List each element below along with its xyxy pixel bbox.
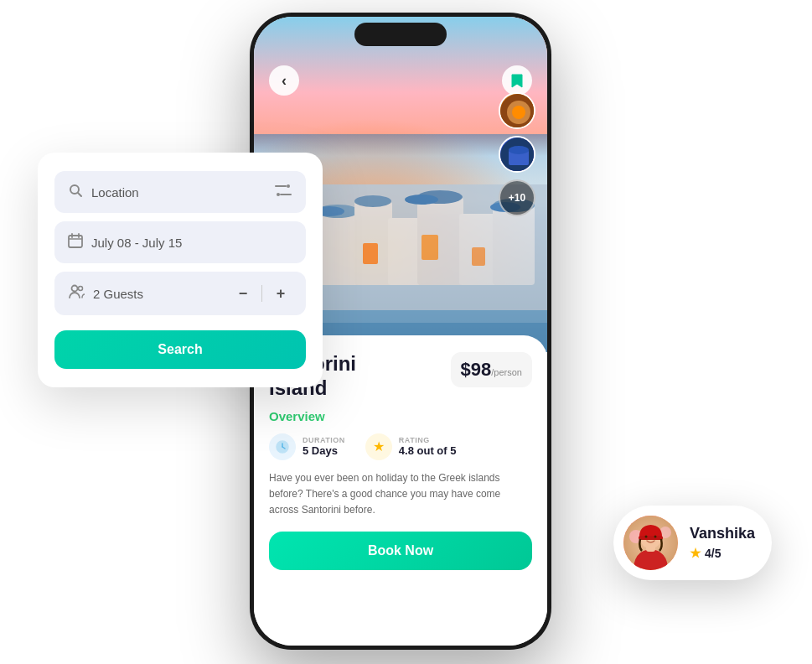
thumbnail-1[interactable]	[499, 92, 535, 129]
increase-guests-button[interactable]: +	[269, 282, 292, 305]
svg-point-52	[654, 536, 656, 538]
controls-divider	[261, 285, 262, 302]
rating-value: 4.8 out of 5	[399, 444, 457, 457]
duration-label: DURATION	[303, 436, 345, 444]
date-field[interactable]: July 08 - July 15	[54, 221, 306, 263]
review-card: Vanshika ★ 4/5	[613, 506, 772, 580]
guests-field: 2 Guests − +	[54, 272, 306, 315]
price-amount: $98	[461, 359, 492, 380]
filter-controls-icon[interactable]	[274, 184, 292, 201]
decrease-guests-button[interactable]: −	[231, 282, 255, 305]
rating-label: RATING	[399, 436, 457, 444]
back-button[interactable]: ‹	[269, 65, 299, 96]
side-thumbnails: +10	[499, 92, 535, 216]
star-icon: ★	[373, 438, 385, 454]
bookmark-icon	[510, 73, 524, 88]
clock-icon	[276, 440, 289, 454]
svg-line-34	[78, 193, 81, 196]
duration-icon	[269, 433, 296, 460]
svg-point-51	[644, 536, 647, 538]
svg-point-43	[72, 286, 78, 292]
svg-point-20	[405, 195, 438, 205]
rating-value: 4/5	[705, 547, 721, 560]
guests-icon	[68, 284, 85, 303]
price-badge: $98/person	[451, 352, 532, 387]
location-search-icon	[68, 183, 83, 201]
svg-point-7	[354, 195, 391, 207]
location-placeholder: Location	[91, 185, 266, 200]
price-per: /person	[491, 367, 522, 377]
overview-label: Overview	[269, 409, 532, 423]
svg-rect-8	[388, 218, 422, 285]
phone-notch	[354, 23, 447, 46]
svg-rect-17	[422, 235, 438, 260]
back-icon: ‹	[282, 72, 287, 90]
thumbnail-2[interactable]	[499, 136, 535, 173]
reviewer-avatar	[623, 516, 678, 570]
duration-value: 5 Days	[303, 444, 345, 457]
svg-point-29	[509, 146, 529, 154]
duration-item: DURATION 5 Days	[269, 433, 345, 460]
details-row: DURATION 5 Days ★ RATING 4.8 out of 5	[269, 433, 532, 460]
svg-rect-39	[69, 236, 82, 247]
svg-rect-4	[317, 210, 359, 285]
date-range-text: July 08 - July 15	[91, 236, 292, 250]
location-field[interactable]: Location	[54, 171, 306, 213]
book-now-button[interactable]: Book Now	[269, 532, 532, 570]
svg-point-26	[512, 106, 525, 119]
calendar-icon	[68, 233, 83, 252]
rating-icon: ★	[365, 433, 392, 460]
rating-item: ★ RATING 4.8 out of 5	[365, 433, 457, 460]
bookmark-button[interactable]	[502, 65, 532, 96]
svg-rect-12	[493, 205, 535, 285]
search-card: Location July 08 - July 15	[38, 153, 323, 387]
svg-point-37	[277, 193, 280, 196]
svg-point-36	[287, 184, 290, 188]
avatar-illustration	[623, 516, 678, 570]
guests-count-text: 2 Guests	[93, 287, 223, 301]
more-count: +10	[509, 192, 525, 204]
thumbnail-more[interactable]: +10	[499, 179, 535, 216]
svg-rect-50	[639, 536, 663, 540]
reviewer-rating: ★ 4/5	[690, 546, 755, 561]
reviewer-info: Vanshika ★ 4/5	[690, 525, 755, 561]
description: Have you ever been on holiday to the Gre…	[269, 470, 532, 519]
svg-rect-18	[472, 247, 485, 266]
rating-star-icon: ★	[690, 546, 701, 561]
guests-controls: − +	[231, 282, 292, 305]
search-button[interactable]: Search	[54, 330, 306, 369]
svg-point-44	[79, 287, 83, 291]
svg-rect-16	[363, 243, 378, 264]
filter-icon	[274, 184, 292, 197]
reviewer-name: Vanshika	[690, 525, 755, 542]
